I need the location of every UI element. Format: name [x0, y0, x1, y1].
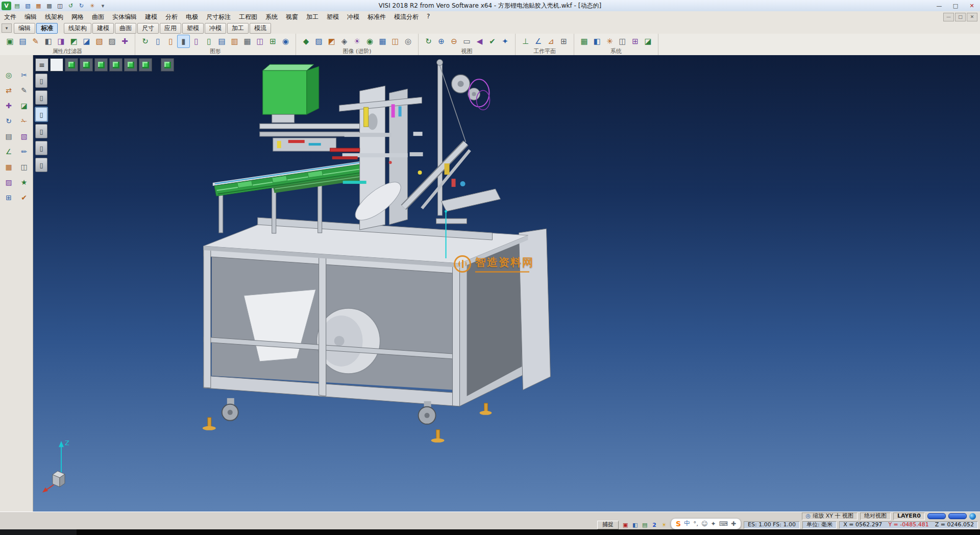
database-display-icon[interactable]: ▥ — [229, 35, 240, 47]
doc-minimize-button[interactable]: — — [943, 13, 954, 21]
print-icon[interactable]: ▩ — [44, 2, 54, 10]
layers-tool-icon[interactable]: ▤ — [3, 131, 15, 142]
menu-item[interactable]: 编辑 — [20, 13, 41, 21]
workplane-xy-icon[interactable]: ⊥ — [520, 35, 531, 47]
attribute-edit-icon[interactable]: ▣ — [4, 35, 16, 47]
filter-surfaces-icon[interactable]: ▯ — [35, 124, 47, 138]
chinese-mode-icon[interactable]: 中 — [684, 519, 690, 528]
tab[interactable]: 塑模 — [182, 23, 204, 34]
measure-tool-icon[interactable]: ∠ — [3, 146, 15, 157]
split-display-icon[interactable]: ◫ — [254, 35, 266, 47]
doc-restore-button[interactable]: □ — [955, 13, 966, 21]
menu-item[interactable]: 冲模 — [343, 13, 363, 21]
render-icon[interactable]: ◆ — [300, 35, 312, 47]
tab[interactable]: 模流 — [250, 23, 271, 34]
cut-tool-icon[interactable]: ✂ — [18, 69, 30, 81]
menu-item[interactable]: 模流分析 — [390, 13, 423, 21]
tab[interactable]: 线架构 — [64, 23, 91, 34]
palette-tool-icon[interactable]: ▨ — [3, 177, 15, 188]
emoji-icon[interactable]: ☺ — [701, 520, 708, 527]
texture-icon[interactable]: ▨ — [313, 35, 325, 47]
zoom-in-icon[interactable]: ⊕ — [435, 35, 447, 47]
filter-points-icon[interactable]: ▯ — [35, 74, 47, 88]
lighting-icon[interactable]: ☀ — [351, 35, 363, 47]
filter-layer-icon[interactable]: ◨ — [55, 35, 67, 47]
menu-item[interactable]: 实体编辑 — [108, 13, 141, 21]
weather-icon[interactable]: ☀ — [660, 521, 668, 529]
top-view-icon[interactable] — [94, 58, 108, 71]
menu-item[interactable]: 曲面 — [88, 13, 108, 21]
matrix-icon[interactable]: ⊞ — [629, 35, 641, 47]
annotate-tool-icon[interactable]: ✏ — [18, 146, 30, 157]
snap-toggle-button[interactable]: 捕捉 — [597, 521, 619, 529]
new-file-icon[interactable]: ▤ — [12, 2, 22, 10]
menu-item[interactable]: 线架构 — [41, 13, 67, 21]
tab[interactable]: 标准 — [36, 23, 58, 34]
trim-tool-icon[interactable]: ✁ — [18, 115, 30, 127]
environment-icon[interactable]: ◎ — [402, 35, 414, 47]
pencil-tool-icon[interactable]: ✎ — [18, 85, 30, 96]
orbit-icon[interactable]: ↻ — [423, 35, 434, 47]
visi-logo-icon[interactable]: V — [2, 2, 11, 10]
undo-icon[interactable]: ↺ — [66, 2, 76, 10]
open-file-icon[interactable]: ▧ — [23, 2, 33, 10]
view-menu-icon[interactable]: ≡ — [35, 58, 48, 71]
back-view-icon[interactable] — [139, 58, 152, 71]
sogou-logo-icon[interactable]: S — [676, 520, 681, 528]
section-view-icon[interactable]: ◫ — [389, 35, 401, 47]
shaded-mode-icon[interactable]: ▮ — [178, 35, 189, 47]
filter-type-icon[interactable]: ◩ — [68, 35, 80, 47]
camera-icon[interactable]: ◉ — [364, 35, 376, 47]
paint-tool-icon[interactable]: ✔ — [18, 192, 30, 203]
transform-tool-icon[interactable]: ⇄ — [3, 85, 15, 96]
menu-item[interactable]: 分析 — [161, 13, 182, 21]
workplane-grid-icon[interactable]: ⊞ — [558, 35, 570, 47]
toolbox-icon[interactable]: ✚ — [731, 520, 736, 527]
print-preview-icon[interactable]: ◫ — [55, 2, 65, 10]
ghost-mode-icon[interactable]: ▯ — [190, 35, 202, 47]
menu-item[interactable]: 系统 — [261, 13, 282, 21]
shadow-icon[interactable]: ◩ — [326, 35, 337, 47]
filter-solids-icon[interactable]: ▯ — [35, 107, 47, 121]
tab[interactable]: 冲模 — [205, 23, 226, 34]
list-display-icon[interactable]: ▦ — [241, 35, 253, 47]
sphere-display-icon[interactable]: ◉ — [280, 35, 291, 47]
menu-item[interactable]: 网格 — [67, 13, 88, 21]
menu-item[interactable]: 建模 — [141, 13, 161, 21]
zoom-tool-icon[interactable]: ◎ — [3, 69, 15, 81]
left-view-icon[interactable] — [124, 58, 137, 71]
background-icon[interactable]: ▦ — [377, 35, 388, 47]
filter-color-icon[interactable]: ◧ — [42, 35, 54, 47]
wireframe-mode-icon[interactable]: ▯ — [152, 35, 164, 47]
settings-icon[interactable]: ✳ — [87, 2, 97, 10]
zoom-window-icon[interactable]: ▭ — [461, 35, 473, 47]
minimize-button[interactable]: — — [931, 1, 947, 11]
front-view-icon[interactable] — [80, 58, 93, 71]
soft-keyboard-icon[interactable]: ⌨ — [719, 520, 728, 527]
validate-view-icon[interactable]: ✔ — [486, 35, 498, 47]
cylinder-display-icon[interactable]: ▯ — [203, 35, 215, 47]
right-view-icon[interactable] — [109, 58, 122, 71]
iso-view-icon[interactable] — [65, 58, 78, 71]
grid-tool-icon[interactable]: ⊞ — [3, 192, 15, 203]
tab[interactable]: 编辑 — [14, 23, 35, 34]
dual-screen-icon[interactable]: ◫ — [617, 35, 628, 47]
erase-tool-icon[interactable]: ◪ — [18, 100, 30, 111]
selection-mask-icon[interactable]: ▧ — [93, 35, 105, 47]
stack-display-icon[interactable]: ▤ — [216, 35, 228, 47]
axon-view-icon[interactable] — [161, 58, 174, 71]
grid-display-icon[interactable]: ⊞ — [267, 35, 279, 47]
save-icon[interactable]: ▦ — [34, 2, 43, 10]
hidden-line-mode-icon[interactable]: ▯ — [165, 35, 177, 47]
copy-tool-icon[interactable]: ◫ — [18, 161, 30, 173]
menu-item[interactable]: ? — [423, 13, 434, 21]
attribute-copy-icon[interactable]: ▤ — [17, 35, 29, 47]
workplane-3pt-icon[interactable]: ⊿ — [545, 35, 557, 47]
zoom-widget[interactable]: ◎ 缩放 XY 十 视图 — [802, 513, 857, 520]
profile-icon[interactable]: ◪ — [642, 35, 654, 47]
menu-item[interactable]: 加工 — [302, 13, 323, 21]
tab-dropdown-icon[interactable]: ▾ — [2, 23, 12, 33]
reset-filter-icon[interactable]: ✚ — [119, 35, 131, 47]
window-split-icon[interactable]: ◧ — [591, 35, 603, 47]
menu-item[interactable]: 电极 — [182, 13, 202, 21]
